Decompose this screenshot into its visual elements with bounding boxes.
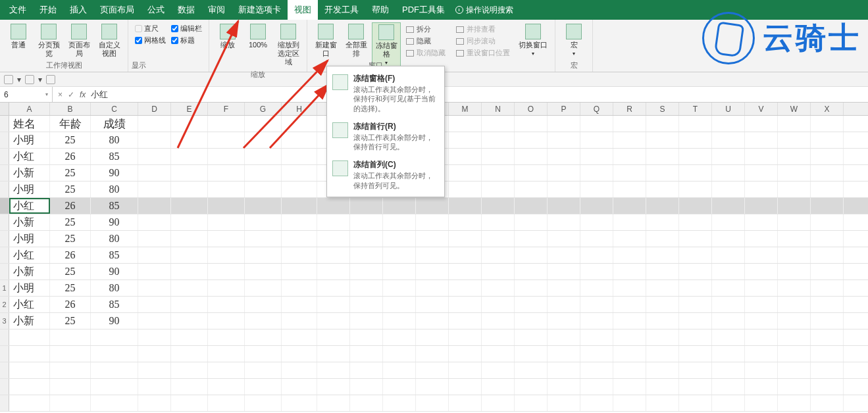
cell[interactable] <box>208 280 245 296</box>
cell[interactable] <box>811 280 844 296</box>
window-btn-1[interactable]: 全部重排 <box>342 22 370 68</box>
cell[interactable] <box>712 280 745 296</box>
cell[interactable] <box>580 379 613 395</box>
cell[interactable]: 25 <box>50 231 91 247</box>
cell[interactable] <box>745 264 778 279</box>
cell[interactable] <box>245 231 282 247</box>
cell[interactable] <box>613 346 646 362</box>
cell[interactable] <box>646 362 679 378</box>
freeze-option-2[interactable]: 冻结首列(C)滚动工作表其余部分时，保持首列可见。 <box>327 155 444 194</box>
view-btn-0[interactable]: 普通 <box>4 22 33 59</box>
cell[interactable] <box>245 297 282 312</box>
row-header[interactable] <box>0 182 9 197</box>
cell[interactable] <box>282 149 317 164</box>
cell[interactable] <box>778 346 811 362</box>
cell[interactable] <box>548 313 580 329</box>
cell[interactable] <box>317 362 350 378</box>
cell[interactable] <box>171 329 208 345</box>
cell[interactable] <box>350 264 383 279</box>
cell[interactable] <box>9 379 50 395</box>
cell[interactable]: 80 <box>91 280 138 296</box>
cell[interactable] <box>613 313 646 329</box>
row-header[interactable] <box>0 214 9 230</box>
cell[interactable] <box>811 395 844 411</box>
cell[interactable]: 小明 <box>9 132 50 148</box>
cell[interactable]: 90 <box>91 313 138 329</box>
row-header[interactable]: 2 <box>0 297 9 312</box>
cell[interactable] <box>679 214 712 230</box>
cell[interactable] <box>50 395 91 411</box>
cell[interactable] <box>613 329 646 345</box>
cell[interactable] <box>646 231 679 247</box>
cell[interactable] <box>9 395 50 411</box>
cell[interactable] <box>245 346 282 362</box>
cell[interactable] <box>580 116 613 132</box>
cell[interactable] <box>171 313 208 329</box>
cell[interactable] <box>208 198 245 214</box>
cell[interactable] <box>515 231 548 247</box>
cell[interactable] <box>811 149 844 164</box>
table-row[interactable] <box>0 362 868 379</box>
cell[interactable] <box>745 247 778 263</box>
cell[interactable] <box>580 132 613 148</box>
cell[interactable] <box>138 379 171 395</box>
cell[interactable] <box>646 247 679 263</box>
cell[interactable] <box>138 346 171 362</box>
cell[interactable] <box>745 165 778 181</box>
cell[interactable] <box>208 214 245 230</box>
cell[interactable] <box>515 313 548 329</box>
cell[interactable] <box>745 182 778 197</box>
cell[interactable] <box>245 329 282 345</box>
cell[interactable] <box>208 165 245 181</box>
cell[interactable] <box>416 247 449 263</box>
cell[interactable] <box>383 297 416 312</box>
cell[interactable] <box>580 329 613 345</box>
cell[interactable]: 90 <box>91 214 138 230</box>
cell[interactable] <box>548 329 580 345</box>
cell[interactable] <box>208 182 245 197</box>
menu-tab-帮助[interactable]: 帮助 <box>365 0 396 20</box>
cell[interactable] <box>548 247 580 263</box>
cell[interactable] <box>138 132 171 148</box>
cell[interactable] <box>811 182 844 197</box>
cell[interactable] <box>171 165 208 181</box>
col-header-R[interactable]: R <box>613 103 646 115</box>
cell[interactable] <box>416 379 449 395</box>
cell[interactable] <box>383 329 416 345</box>
cell[interactable] <box>778 379 811 395</box>
cell[interactable] <box>712 149 745 164</box>
cell[interactable] <box>745 280 778 296</box>
cell[interactable] <box>712 231 745 247</box>
cell[interactable] <box>9 329 50 345</box>
cell[interactable] <box>282 346 317 362</box>
cell[interactable] <box>449 149 482 164</box>
row-header[interactable] <box>0 346 9 362</box>
cell[interactable] <box>613 165 646 181</box>
cell[interactable] <box>138 198 171 214</box>
cell[interactable] <box>449 280 482 296</box>
chk-formula-bar[interactable]: 编辑栏 <box>171 24 202 34</box>
cell[interactable] <box>449 346 482 362</box>
table-row[interactable]: 小新2590 <box>0 264 868 280</box>
cell[interactable] <box>548 132 580 148</box>
cell[interactable] <box>282 264 317 279</box>
cell[interactable]: 小新 <box>9 264 50 279</box>
cell[interactable] <box>317 329 350 345</box>
cell[interactable] <box>580 149 613 164</box>
cell[interactable] <box>515 214 548 230</box>
cell[interactable] <box>91 362 138 378</box>
cell[interactable] <box>208 362 245 378</box>
cell[interactable] <box>646 297 679 312</box>
cell[interactable] <box>171 297 208 312</box>
cell[interactable] <box>778 362 811 378</box>
cell[interactable] <box>138 297 171 312</box>
name-box[interactable]: 6▾ <box>0 87 53 102</box>
cell[interactable] <box>613 395 646 411</box>
cell[interactable] <box>646 182 679 197</box>
cell[interactable] <box>282 329 317 345</box>
row-header[interactable]: 3 <box>0 313 9 329</box>
cell[interactable]: 85 <box>91 247 138 263</box>
cell[interactable] <box>679 165 712 181</box>
cell[interactable] <box>350 297 383 312</box>
cell[interactable] <box>449 329 482 345</box>
